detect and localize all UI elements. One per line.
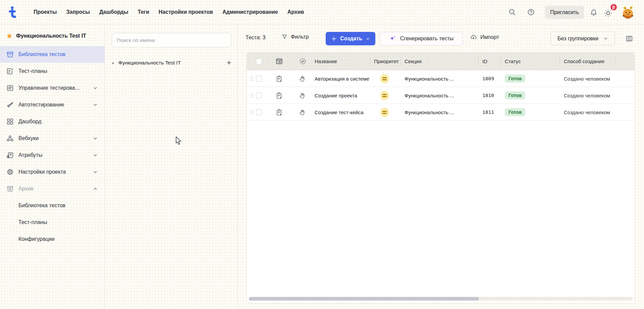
sidebar-item-autotests[interactable]: Автотестирование xyxy=(0,96,105,113)
test-name[interactable]: Создание проекта xyxy=(313,93,370,98)
nav-dashboards[interactable]: Дашборды xyxy=(99,9,128,15)
favorite-star-icon[interactable] xyxy=(6,33,13,39)
sidebar-item-label: Автотестирование xyxy=(18,102,64,108)
sidebar-item-dashboard[interactable]: Дашборд xyxy=(0,113,105,130)
sidebar-item-archive[interactable]: Архив xyxy=(0,180,105,197)
sections-tree-panel: ● Функциональность Test IT + xyxy=(105,25,238,309)
table-row[interactable]: Создание проекта Функциональность ... 18… xyxy=(247,87,635,104)
nav-requests[interactable]: Запросы xyxy=(66,9,90,15)
sidebar-subitem-archived-test-library[interactable]: Библиотека тестов xyxy=(0,197,105,214)
row-checkbox[interactable] xyxy=(256,76,262,82)
notifications-bell-icon[interactable] xyxy=(587,5,600,19)
section-cell: Функциональность ... xyxy=(400,109,478,115)
column-header-section[interactable]: Секция xyxy=(400,52,478,70)
priority-cell xyxy=(370,108,400,117)
priority-medium-icon xyxy=(380,74,389,83)
nav-administration[interactable]: Администрирование xyxy=(222,9,278,15)
funnel-icon xyxy=(281,34,288,40)
create-button[interactable]: Создать xyxy=(326,32,375,45)
generate-tests-label: Сгенерировать тесты xyxy=(400,36,453,42)
tree-root-node[interactable]: ● Функциональность Test IT + xyxy=(105,55,238,70)
sidebar-item-label: Настройки проекта xyxy=(18,169,66,175)
test-name[interactable]: Авторизация в системе xyxy=(313,76,370,82)
tree-node-label: Функциональность Test IT xyxy=(118,60,227,66)
test-name[interactable]: Создание тест-кейса xyxy=(313,109,370,115)
library-icon xyxy=(6,50,14,58)
sidebar-item-test-management[interactable]: Управление тестирова... xyxy=(0,80,105,96)
toolbar: Теста: 3 Фильтр Создать Сгенерировать те… xyxy=(238,25,644,52)
status-cell: Готов xyxy=(501,75,560,83)
bee-avatar-icon xyxy=(621,5,635,20)
invite-button[interactable]: Пригласить xyxy=(545,6,584,19)
row-checkbox[interactable] xyxy=(256,109,262,115)
row-checkbox[interactable] xyxy=(256,92,262,98)
nav-projects[interactable]: Проекты xyxy=(34,9,57,15)
project-header[interactable]: Функциональность Test IT xyxy=(0,25,105,46)
nav-archive[interactable]: Архив xyxy=(287,9,304,15)
chevron-down-icon xyxy=(366,37,370,41)
sidebar-item-attributes[interactable]: Атрибуты xyxy=(0,147,105,164)
app-logo[interactable] xyxy=(0,5,25,19)
grouping-dropdown[interactable]: Без группировки xyxy=(550,32,615,45)
chevron-down-icon xyxy=(93,169,98,175)
plus-icon xyxy=(331,36,337,42)
attributes-icon xyxy=(6,151,14,159)
status-badge: Готов xyxy=(505,75,525,83)
test-plans-icon xyxy=(6,67,14,75)
column-header-status[interactable]: Статус xyxy=(501,52,560,70)
nav-tags[interactable]: Теги xyxy=(138,9,149,15)
status-badge: Готов xyxy=(505,108,525,116)
test-management-icon xyxy=(6,84,14,92)
test-case-icon xyxy=(275,108,283,116)
section-cell: Функциональность ... xyxy=(400,76,478,82)
sidebar-subitem-archived-configurations[interactable]: Конфигурации xyxy=(0,231,105,248)
table-row[interactable]: Авторизация в системе Функциональность .… xyxy=(247,70,635,87)
sidebar-item-label: Библиотека тестов xyxy=(18,51,65,57)
import-button[interactable]: Импорт xyxy=(470,34,499,41)
test-case-icon xyxy=(275,92,283,99)
drag-handle-icon[interactable] xyxy=(249,93,254,98)
column-header-creation[interactable]: Способ создания xyxy=(560,52,615,70)
select-all-checkbox[interactable] xyxy=(256,58,262,64)
chevron-down-icon xyxy=(93,136,98,141)
filter-button[interactable]: Фильтр xyxy=(281,34,309,40)
upload-cloud-icon xyxy=(470,34,477,41)
drag-handle-icon[interactable] xyxy=(249,77,254,81)
sidebar-item-label: Управление тестирова... xyxy=(18,85,79,91)
scrollbar-thumb[interactable] xyxy=(249,297,479,301)
chevron-down-icon xyxy=(93,102,98,107)
drag-handle-icon[interactable] xyxy=(249,110,254,115)
table-row[interactable]: Создание тест-кейса Функциональность ...… xyxy=(247,104,635,121)
columns-settings-button[interactable] xyxy=(625,35,633,43)
help-icon[interactable] xyxy=(524,5,538,19)
add-section-button[interactable]: + xyxy=(227,59,231,67)
sidebar-item-webhooks[interactable]: Вебхуки xyxy=(0,130,105,147)
theme-toggle[interactable]: β xyxy=(603,5,618,20)
priority-cell xyxy=(370,74,400,83)
sidebar-item-project-settings[interactable]: Настройки проекта xyxy=(0,164,105,180)
generate-tests-button[interactable]: Сгенерировать тесты xyxy=(380,32,463,45)
manual-test-hand-icon xyxy=(299,75,306,82)
sidebar-item-test-plans[interactable]: Тест-планы xyxy=(0,63,105,80)
column-header-id[interactable]: ID xyxy=(478,52,501,70)
chevron-down-icon xyxy=(603,36,608,41)
sidebar-item-test-library[interactable]: Библиотека тестов xyxy=(0,46,105,63)
manual-test-hand-icon xyxy=(299,109,306,116)
nav-project-settings[interactable]: Настройки проектов xyxy=(159,9,213,15)
archive-icon xyxy=(6,185,14,193)
sidebar-item-label: Атрибуты xyxy=(18,152,42,158)
search-icon[interactable] xyxy=(505,5,519,19)
sidebar-subitem-archived-test-plans[interactable]: Тест-планы xyxy=(0,214,105,231)
tree-search-input[interactable] xyxy=(112,33,231,47)
priority-cell xyxy=(370,91,400,100)
avatar[interactable] xyxy=(621,5,635,20)
horizontal-scrollbar[interactable] xyxy=(249,297,633,301)
sidebar-item-label: Вебхуки xyxy=(18,135,39,141)
column-header-name[interactable]: Название xyxy=(313,52,370,70)
sidebar-item-label: Тест-планы xyxy=(18,68,47,74)
column-header-extra xyxy=(615,52,635,70)
column-header-priority[interactable]: Приоритет xyxy=(370,52,400,70)
sidebar-item-label: Дашборд xyxy=(18,119,42,125)
tree-node-bullet-icon: ● xyxy=(112,60,114,65)
creation-cell: Создано человеком xyxy=(560,109,615,115)
